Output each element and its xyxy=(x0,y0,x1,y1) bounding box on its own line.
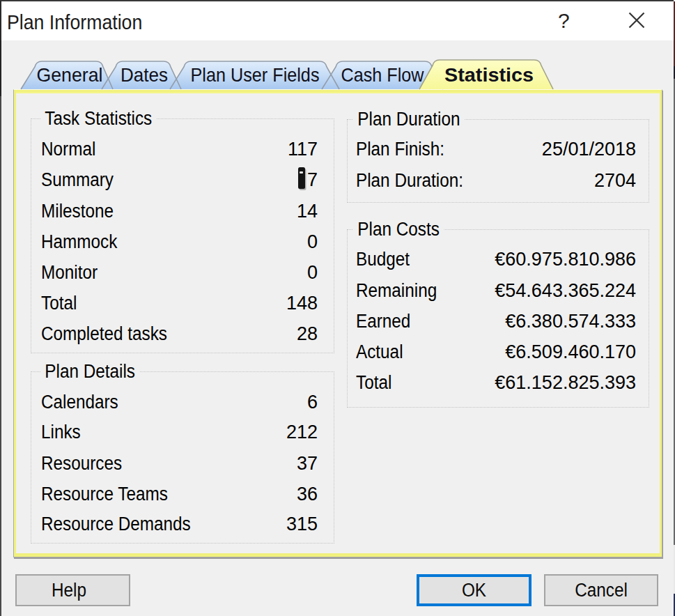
svg-text:Cash Flow: Cash Flow xyxy=(341,64,425,86)
svg-text:Statistics: Statistics xyxy=(444,64,534,86)
svg-text:Dates: Dates xyxy=(121,64,168,86)
svg-text:Plan User Fields: Plan User Fields xyxy=(191,64,320,86)
svg-text:General: General xyxy=(37,64,103,86)
